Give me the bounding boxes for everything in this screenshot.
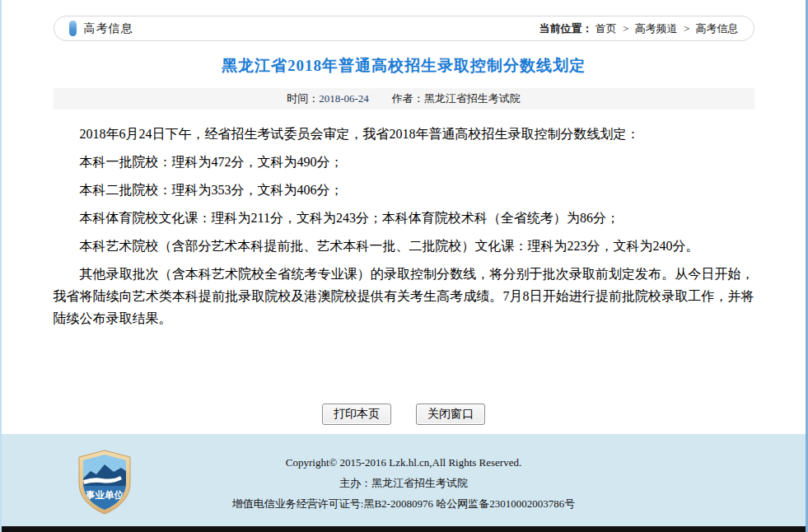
article-paragraph: 其他录取批次（含本科艺术院校全省统考专业课）的录取控制分数线，将分别于批次录取前… [54,263,754,329]
breadcrumb: 当前位置： 首页 > 高考频道 > 高考信息 [539,21,739,36]
breadcrumb-separator: > [623,22,628,35]
article-paragraph: 本科艺术院校（含部分艺术本科提前批、艺术本科一批、二批院校）文化课：理科为223… [54,235,754,257]
meta-time-value: 2018-06-24 [319,92,369,105]
article-meta-bar: 时间： 2018-06-24 作者： 黑龙江省招生考试院 [54,88,754,110]
footer: 事业单位 Copyright© 2015-2016 Lzk.hl.cn,All … [2,434,806,526]
article-body: 2018年6月24日下午，经省招生考试委员会审定，我省2018年普通高校招生录取… [54,110,754,329]
breadcrumb-link-home[interactable]: 首页 [595,22,617,35]
article-paragraph: 2018年6月24日下午，经省招生考试委员会审定，我省2018年普通高校招生录取… [54,123,754,145]
breadcrumb-link-current[interactable]: 高考信息 [696,22,739,35]
badge-label: 事业单位 [85,490,124,500]
breadcrumb-label: 当前位置： [539,22,593,35]
section-header-left: 高考信息 [69,21,133,36]
section-title: 高考信息 [84,21,133,36]
breadcrumb-link-channel[interactable]: 高考频道 [635,22,678,35]
action-buttons-row: 打印本页 关闭窗口 [54,404,754,425]
article-paragraph: 本科二批院校：理科为353分，文科为406分； [54,179,754,201]
section-header-bar: 高考信息 当前位置： 首页 > 高考频道 > 高考信息 [54,16,754,41]
main-content: 高考信息 当前位置： 首页 > 高考频道 > 高考信息 黑龙江省2018年普通高… [54,16,754,425]
print-page-button[interactable]: 打印本页 [322,404,391,425]
close-window-button[interactable]: 关闭窗口 [416,404,485,425]
article-paragraph: 本科一批院校：理科为472分，文科为490分； [54,151,754,173]
bottom-strip [2,526,806,532]
meta-author-value: 黑龙江省招生考试院 [424,91,521,106]
meta-author-label: 作者： [392,91,424,106]
public-institution-badge-icon: 事业单位 [74,449,135,515]
breadcrumb-separator: > [684,22,689,35]
meta-time-label: 时间： [287,91,319,106]
article-paragraph: 本科体育院校文化课：理科为211分，文科为243分；本科体育院校术科（全省统考）… [54,207,754,229]
page: 高考信息 当前位置： 首页 > 高考频道 > 高考信息 黑龙江省2018年普通高… [0,0,808,532]
blue-capsule-icon [69,21,77,36]
article-title: 黑龙江省2018年普通高校招生录取控制分数线划定 [54,55,754,77]
